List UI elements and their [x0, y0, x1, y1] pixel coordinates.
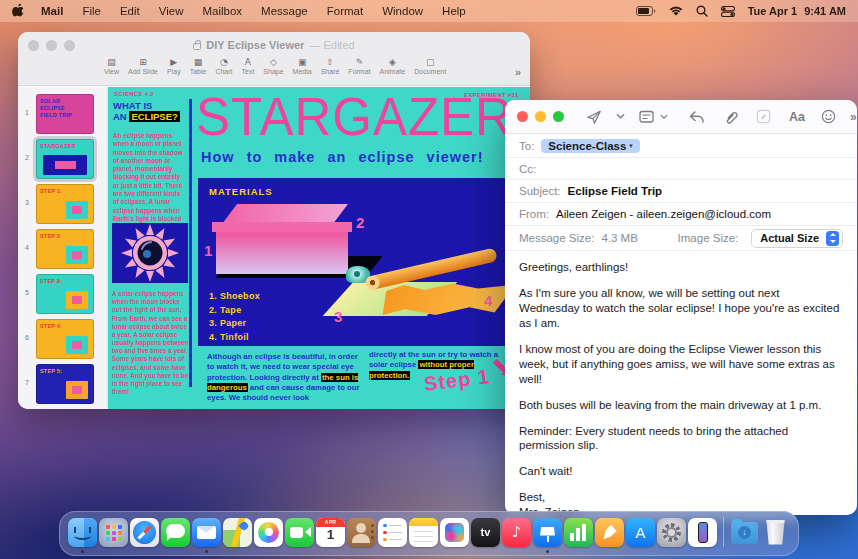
trash-icon	[761, 518, 790, 547]
control-center-icon[interactable]	[721, 6, 735, 17]
slide-thumbnail-5[interactable]: 5STEP 3:	[18, 272, 107, 317]
dock-item-facetime[interactable]	[285, 518, 314, 547]
dock-item-contacts[interactable]	[347, 518, 376, 547]
menu-help[interactable]: Help	[442, 5, 466, 17]
battery-icon[interactable]	[636, 6, 656, 16]
menu-mailbox[interactable]: Mailbox	[202, 5, 242, 17]
zoom-button[interactable]	[64, 40, 75, 51]
send-options-chevron[interactable]	[616, 113, 625, 120]
apple-menu-icon[interactable]	[12, 4, 25, 19]
toolbar-animate[interactable]: ◈Animate	[380, 57, 406, 75]
menu-bar: MailFileEditViewMailboxMessageFormatWind…	[0, 0, 858, 22]
toolbar-play[interactable]: ▶Play	[167, 57, 181, 75]
minimize-button[interactable]	[535, 111, 546, 122]
send-button[interactable]	[586, 109, 602, 125]
thumbnail-label: STEP 5:	[40, 368, 62, 375]
spotlight-search-icon[interactable]	[696, 5, 708, 17]
dock-item-safari[interactable]	[130, 518, 159, 547]
field-subject[interactable]: Subject: Eclipse Field Trip	[505, 180, 857, 203]
numbers-icon	[564, 518, 593, 547]
slide-thumbnail-4[interactable]: 4STEP 2:	[18, 227, 107, 272]
dock-item-settings[interactable]	[657, 518, 686, 547]
slide-navigator: 1SOLAR ECLIPSE FIELD TRIP2STARGAZER3STEP…	[18, 87, 108, 409]
mail-icon	[192, 518, 221, 547]
menu-file[interactable]: File	[82, 5, 101, 17]
toolbar-view[interactable]: ▤View	[104, 57, 119, 75]
dock-item-calendar[interactable]: APR1	[316, 518, 345, 547]
close-button[interactable]	[517, 111, 528, 122]
dock-item-maps[interactable]	[223, 518, 252, 547]
toolbar-media[interactable]: ▣Media	[293, 57, 312, 75]
attach-button[interactable]	[723, 109, 738, 125]
keynote-titlebar[interactable]: DIY Eclipse Viewer — Edited ▤View⊞Add Sl…	[18, 32, 530, 86]
toolbar-chart[interactable]: ◔Chart	[215, 57, 232, 75]
dock-item-appstore[interactable]: A	[626, 518, 655, 547]
menu-message[interactable]: Message	[261, 5, 308, 17]
dock-item-mail[interactable]	[192, 518, 221, 547]
dock-item-appletv[interactable]: tv	[471, 518, 500, 547]
toolbar-overflow-chevron[interactable]: »	[515, 66, 521, 78]
dock-item-music[interactable]: ♪	[502, 518, 531, 547]
slide-thumbnail-1[interactable]: 1SOLAR ECLIPSE FIELD TRIP	[18, 92, 107, 137]
dock-item-reminders[interactable]	[378, 518, 407, 547]
menu-mail[interactable]: Mail	[41, 5, 63, 17]
menu-view[interactable]: View	[159, 5, 184, 17]
dock-item-numbers[interactable]	[564, 518, 593, 547]
toolbar-animate-icon: ◈	[389, 57, 396, 67]
dock-item-iphone-mirroring[interactable]	[688, 518, 717, 547]
thumbnail-label: STEP 2:	[40, 233, 62, 240]
zoom-button[interactable]	[553, 111, 564, 122]
appletv-icon: tv	[471, 518, 500, 547]
toolbar-format[interactable]: ✎Format	[348, 57, 370, 75]
message-body[interactable]: Greetings, earthlings!As I'm sure you al…	[505, 251, 857, 515]
dock-item-trash[interactable]	[761, 518, 790, 547]
toolbar-share[interactable]: ⇧Share	[321, 57, 340, 75]
slide-thumbnail-8[interactable]: 8DID YOU KNOW	[18, 407, 107, 409]
emoji-button[interactable]	[821, 109, 836, 124]
toolbar-text[interactable]: AText	[242, 57, 255, 75]
toolbar-table[interactable]: ▦Table	[190, 57, 207, 75]
dock-item-photos[interactable]	[254, 518, 283, 547]
keynote-toolbar: ▤View⊞Add Slide▶Play▦Table◔ChartAText◇Sh…	[18, 57, 530, 85]
image-size-select[interactable]: Actual Size	[751, 229, 843, 248]
field-to[interactable]: To: Science-Class▾	[505, 134, 857, 158]
minimize-button[interactable]	[46, 40, 57, 51]
photos-icon	[254, 518, 283, 547]
slide-thumbnail-6[interactable]: 6STEP 4:	[18, 317, 107, 362]
dock-item-freeform[interactable]	[440, 518, 469, 547]
recipient-token[interactable]: Science-Class▾	[541, 139, 640, 153]
field-from[interactable]: From: Aileen Zeigen - aileen.zeigen@iclo…	[505, 203, 857, 226]
dock-item-notes[interactable]	[409, 518, 438, 547]
menu-format[interactable]: Format	[327, 5, 363, 17]
materials-list-item: 4. Tinfoil	[209, 331, 260, 345]
format-fonts-button[interactable]: Aa	[789, 110, 805, 124]
wifi-icon[interactable]	[669, 6, 683, 17]
toolbar-add-slide[interactable]: ⊞Add Slide	[128, 57, 158, 75]
header-fields-button[interactable]	[639, 110, 668, 124]
body-paragraph: Greetings, earthlings!	[519, 260, 843, 275]
slide-title: STARGAZER	[196, 87, 513, 148]
menu-edit[interactable]: Edit	[120, 5, 140, 17]
menu-clock[interactable]: Tue Apr 1 9:41 AM	[748, 5, 846, 17]
dock-item-finder[interactable]	[68, 518, 97, 547]
dock-item-keynote[interactable]	[533, 518, 562, 547]
slide-thumbnail-3[interactable]: 3STEP 1:	[18, 182, 107, 227]
dock-item-messages[interactable]	[161, 518, 190, 547]
close-button[interactable]	[28, 40, 39, 51]
toolbar-shape-icon: ◇	[270, 57, 277, 67]
toolbar-shape[interactable]: ◇Shape	[263, 57, 283, 75]
reply-button[interactable]	[688, 110, 705, 124]
slide-canvas[interactable]: SCIENCE 4.2 EXPERIMENT #11 WHAT IS AN EC…	[108, 87, 530, 409]
toolbar-document[interactable]: ▢Document	[414, 57, 446, 75]
slide-thumbnail-7[interactable]: 7STEP 5:	[18, 362, 107, 407]
maps-icon	[223, 518, 252, 547]
mail-toolbar[interactable]: Aa »	[505, 100, 857, 134]
menu-window[interactable]: Window	[382, 5, 423, 17]
field-cc[interactable]: Cc:	[505, 158, 857, 180]
dock-item-launchpad[interactable]	[99, 518, 128, 547]
markup-button[interactable]	[756, 109, 771, 124]
dock-item-pages[interactable]	[595, 518, 624, 547]
slide-thumbnail-2[interactable]: 2STARGAZER	[18, 137, 107, 182]
dock-item-downloads[interactable]	[730, 518, 759, 547]
toolbar-overflow-chevron[interactable]: »	[850, 110, 857, 124]
